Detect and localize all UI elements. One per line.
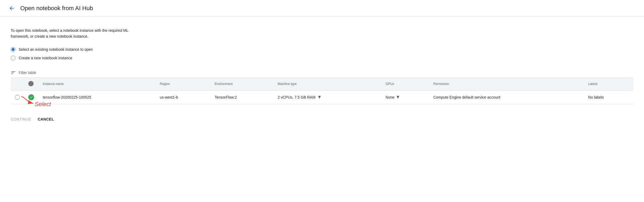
th-labels: Labels: [584, 77, 633, 90]
filter-icon: [11, 70, 16, 75]
back-button[interactable]: [9, 5, 15, 11]
radio-new-input[interactable]: [11, 56, 15, 60]
gpus-wrapper: None ▼: [385, 94, 425, 100]
cancel-button[interactable]: CANCEL: [38, 115, 54, 123]
row-instance-name: tensorflow-20200225-100525: [38, 90, 156, 104]
machine-type-value: 2 vCPUs, 7.5 GB RAM: [278, 95, 316, 99]
table-row: Select tensorflow-20200225-100525 us-wes…: [11, 90, 633, 104]
radio-existing-input[interactable]: [11, 47, 15, 52]
row-labels: No labels: [584, 90, 633, 104]
row-select-cell[interactable]: Select: [11, 90, 24, 104]
filter-label: Filter table: [19, 71, 36, 75]
status-active-icon: [28, 94, 34, 100]
row-select-radio[interactable]: [15, 95, 20, 100]
main-content: To open this notebook, select a notebook…: [0, 17, 644, 134]
actions-row: CONTINUE CANCEL: [11, 113, 633, 126]
radio-new[interactable]: Create a new notebook instance: [11, 56, 633, 60]
row-environment: TensorFlow:2: [210, 90, 273, 104]
gpus-dropdown[interactable]: ▼: [396, 94, 400, 100]
row-region: us-west1-b: [156, 90, 210, 104]
status-header-icon: [28, 81, 34, 86]
continue-button[interactable]: CONTINUE: [11, 115, 31, 123]
radio-group: Select an existing notebook instance to …: [11, 47, 633, 60]
th-permission: Permission: [429, 77, 584, 90]
row-status-cell: [24, 90, 38, 104]
row-gpus: None ▼: [381, 90, 429, 104]
page-title: Open notebook from AI Hub: [20, 5, 93, 12]
instances-table: Instance name Region Environment Machine…: [11, 77, 633, 104]
row-machine-type: 2 vCPUs, 7.5 GB RAM ▼: [273, 90, 381, 104]
description-text: To open this notebook, select a notebook…: [11, 28, 633, 40]
th-machine-type: Machine type: [273, 77, 381, 90]
th-select: [11, 77, 24, 90]
th-status: [24, 77, 38, 90]
th-region: Region: [156, 77, 210, 90]
th-environment: Environment: [210, 77, 273, 90]
select-wrapper: Select: [15, 95, 20, 100]
th-gpus: GPUs: [381, 77, 429, 90]
radio-existing[interactable]: Select an existing notebook instance to …: [11, 47, 633, 52]
machine-type-dropdown[interactable]: ▼: [317, 94, 322, 100]
gpus-value: None: [385, 95, 394, 99]
filter-row: Filter table: [11, 68, 633, 77]
row-permission: Compute Engine default service account: [429, 90, 584, 104]
table-header-row: Instance name Region Environment Machine…: [11, 77, 633, 90]
page-header: Open notebook from AI Hub: [0, 0, 644, 17]
th-instance-name: Instance name: [38, 77, 156, 90]
machine-type-wrapper: 2 vCPUs, 7.5 GB RAM ▼: [278, 94, 377, 100]
